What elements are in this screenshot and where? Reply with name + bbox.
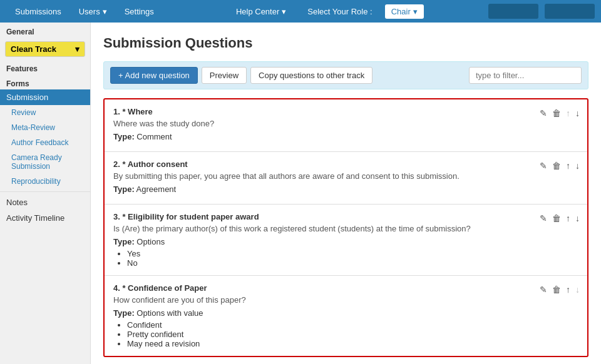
sidebar-item-meta-review[interactable]: Meta-Review <box>0 120 90 135</box>
list-item: May need a revision <box>127 339 523 348</box>
question-subtitle: How confident are you of this paper? <box>113 295 523 305</box>
move-down-icon[interactable]: ↓ <box>574 212 581 225</box>
delete-icon[interactable]: 🗑 <box>551 159 562 172</box>
move-up-icon: ↑ <box>565 107 572 119</box>
sidebar-item-reproducibility[interactable]: Reproducibility <box>0 174 90 189</box>
main-content: Submission Questions + Add new question … <box>91 23 601 364</box>
sidebar-forms-label: Forms <box>0 74 90 89</box>
topnav-right <box>488 4 595 19</box>
sidebar-item-review[interactable]: Review <box>0 105 90 120</box>
move-up-icon[interactable]: ↑ <box>565 212 572 225</box>
question-row: 2. * Author consent By submitting this p… <box>105 152 587 205</box>
question-content: 1. * Where Where was the study done? Typ… <box>105 99 532 151</box>
user-avatar-btn[interactable] <box>488 4 538 19</box>
question-options-list: Confident Pretty confident May need a re… <box>113 320 523 348</box>
questions-table: 1. * Where Where was the study done? Typ… <box>103 98 588 357</box>
edit-icon[interactable]: ✎ <box>538 159 548 172</box>
question-type: Type: Agreement <box>113 185 523 194</box>
move-up-icon[interactable]: ↑ <box>565 283 572 296</box>
question-row: 3. * Eligibility for student paper award… <box>105 205 587 276</box>
list-item: Pretty confident <box>127 330 523 339</box>
track-dropdown[interactable]: Clean Track ▾ <box>5 41 85 57</box>
question-content: 2. * Author consent By submitting this p… <box>105 152 532 204</box>
logout-btn[interactable] <box>545 4 595 19</box>
sidebar-general-label: General <box>0 23 90 39</box>
question-subtitle: Is (Are) the primary author(s) of this w… <box>113 224 523 233</box>
move-down-icon: ↓ <box>574 283 581 296</box>
question-title: 2. * Author consent <box>113 159 523 169</box>
question-subtitle: By submitting this paper, you agree that… <box>113 171 523 181</box>
edit-icon[interactable]: ✎ <box>538 212 548 225</box>
role-dropdown[interactable]: Chair ▾ <box>385 4 424 19</box>
move-down-icon[interactable]: ↓ <box>574 159 581 172</box>
move-up-icon[interactable]: ↑ <box>565 159 572 172</box>
list-item: No <box>127 258 523 268</box>
nav-help-center[interactable]: Help Center ▾ <box>227 2 295 21</box>
list-item: Confident <box>127 320 523 330</box>
question-actions: ✎ 🗑 ↑ ↓ <box>532 152 587 179</box>
question-row: 1. * Where Where was the study done? Typ… <box>105 99 587 152</box>
sidebar-divider <box>0 191 90 192</box>
question-type: Type: Options <box>113 237 523 246</box>
nav-submissions[interactable]: Submissions <box>6 2 70 21</box>
preview-button[interactable]: Preview <box>202 67 247 84</box>
sidebar: General Clean Track ▾ Features Forms Sub… <box>0 23 91 364</box>
select-role-label: Select Your Role : <box>307 7 372 16</box>
topnav-center: Help Center ▾ Select Your Role : Chair ▾ <box>163 2 488 21</box>
question-title: 4. * Confidence of Paper <box>113 283 523 293</box>
topnav-left: Submissions Users ▾ Settings <box>6 2 163 21</box>
questions-toolbar: + Add new question Preview Copy question… <box>103 61 588 89</box>
sidebar-item-submission[interactable]: Submission <box>0 89 90 105</box>
question-actions: ✎ 🗑 ↑ ↓ <box>532 99 587 127</box>
move-down-icon[interactable]: ↓ <box>574 107 581 119</box>
main-layout: General Clean Track ▾ Features Forms Sub… <box>0 23 601 364</box>
nav-users[interactable]: Users ▾ <box>70 2 116 21</box>
edit-icon[interactable]: ✎ <box>538 107 548 119</box>
delete-icon[interactable]: 🗑 <box>551 107 562 119</box>
top-navigation: Submissions Users ▾ Settings Help Center… <box>0 0 601 23</box>
question-actions: ✎ 🗑 ↑ ↓ <box>532 276 587 303</box>
sidebar-features-label: Features <box>0 59 90 74</box>
list-item: Yes <box>127 249 523 258</box>
sidebar-item-activity-timeline[interactable]: Activity Timeline <box>0 210 90 226</box>
sidebar-item-camera-ready[interactable]: Camera Ready Submission <box>0 150 90 174</box>
nav-settings[interactable]: Settings <box>116 2 163 21</box>
page-title: Submission Questions <box>103 35 588 51</box>
question-title: 3. * Eligibility for student paper award <box>113 212 523 221</box>
question-type: Type: Options with value <box>113 308 523 318</box>
delete-icon[interactable]: 🗑 <box>551 283 562 296</box>
question-subtitle: Where was the study done? <box>113 119 523 128</box>
question-content: 3. * Eligibility for student paper award… <box>105 205 532 275</box>
copy-questions-button[interactable]: Copy questions to other track <box>250 67 372 84</box>
question-title: 1. * Where <box>113 107 523 116</box>
question-row: 4. * Confidence of Paper How confident a… <box>105 276 587 356</box>
add-question-button[interactable]: + Add new question <box>110 67 198 84</box>
question-actions: ✎ 🗑 ↑ ↓ <box>532 205 587 232</box>
edit-icon[interactable]: ✎ <box>538 283 548 296</box>
sidebar-item-author-feedback[interactable]: Author Feedback <box>0 135 90 150</box>
question-content: 4. * Confidence of Paper How confident a… <box>105 276 532 356</box>
delete-icon[interactable]: 🗑 <box>551 212 562 225</box>
question-options-list: Yes No <box>113 249 523 268</box>
question-type: Type: Comment <box>113 132 523 141</box>
sidebar-item-notes[interactable]: Notes <box>0 195 90 210</box>
filter-input[interactable] <box>469 67 582 84</box>
